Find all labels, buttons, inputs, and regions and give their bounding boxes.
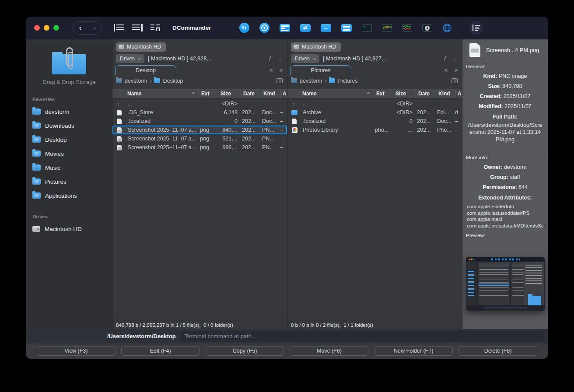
file-attr: – <box>279 118 286 124</box>
sidebar-favorite-item[interactable]: Music <box>26 161 112 175</box>
tab-back-button[interactable]: < <box>444 67 448 74</box>
file-attr: – <box>454 127 461 133</box>
preview-thumbnail <box>466 257 545 311</box>
column-ext[interactable]: Ext <box>374 89 393 98</box>
column-ext[interactable]: Ext <box>199 89 218 98</box>
chevron-down-icon <box>137 56 141 60</box>
disk-utility-icon[interactable] <box>422 24 432 32</box>
sidebar-favorite-item[interactable]: Desktop <box>26 133 112 147</box>
breadcrumb-item[interactable]: devstorm <box>291 78 322 84</box>
drive-free-space: [ Macintosh HD ] 42,927,... <box>323 56 388 62</box>
console-icon[interactable] <box>382 24 392 32</box>
file-row[interactable]: .. <DIR> <box>287 99 462 108</box>
new-folder-button[interactable]: New Folder (F7) <box>374 346 453 356</box>
breadcrumb-item[interactable]: Desktop <box>154 78 183 84</box>
move-button[interactable]: Move (F6) <box>290 346 368 356</box>
file-row[interactable]: Screenshot 2025–11–07 a... png 521,... 2… <box>112 134 287 143</box>
tab-back-button[interactable]: < <box>270 67 273 74</box>
folder-icon <box>116 78 122 83</box>
parent-dir-button[interactable]: .. <box>451 55 458 62</box>
sidebar-drive-item[interactable]: Macintosh HD <box>26 222 112 236</box>
info-field: Size: 840,798 <box>467 83 543 89</box>
favorites-heading: Favorites <box>32 97 112 102</box>
sidebar-favorite-item[interactable]: Movies <box>26 147 112 161</box>
sync-icon[interactable] <box>239 23 249 33</box>
drives-dropdown[interactable]: Drives <box>116 54 144 63</box>
sort-asc-icon: ^ <box>367 91 370 96</box>
tab-pictures[interactable]: Pictures <box>290 65 351 75</box>
split-view-icon[interactable] <box>150 24 161 32</box>
favorites-list: devstorm Downloads Desktop Movie <box>26 105 112 203</box>
bookmarks-icon[interactable] <box>276 78 283 83</box>
file-row[interactable]: .localized 0 202... Doc... – <box>287 117 462 126</box>
column-date[interactable]: Date <box>241 89 261 98</box>
activity-monitor-icon[interactable] <box>402 24 412 32</box>
file-kind: PN... <box>260 144 279 150</box>
breadcrumb-item[interactable]: Pictures <box>329 78 357 84</box>
forward-button[interactable]: › <box>94 24 96 32</box>
column-name[interactable]: Name^ <box>125 89 199 98</box>
file-size: 6,148 <box>217 109 240 116</box>
file-kind: Doc... <box>260 109 279 116</box>
sidebar-favorite-item[interactable]: Downloads <box>26 119 112 133</box>
file-row[interactable]: Photos Library pho... ... 202... Pho... … <box>287 126 462 134</box>
horizontal-panes-icon[interactable] <box>280 24 290 32</box>
edit-button[interactable]: Edit (F4) <box>121 346 200 356</box>
bookmarks-icon[interactable] <box>452 78 458 83</box>
root-button[interactable]: / <box>267 55 273 62</box>
column-size[interactable]: Size <box>218 89 241 98</box>
back-button[interactable]: ‹ <box>79 24 81 32</box>
file-row[interactable]: Archive <DIR> 202... Fol... d <box>287 108 462 117</box>
info-panel-toggle-icon[interactable] <box>469 21 483 35</box>
network-globe-icon[interactable] <box>442 23 452 33</box>
file-row[interactable]: Screenshot 2025–11–07 a... png 686,... 2… <box>112 143 287 152</box>
column-date[interactable]: Date <box>416 89 436 98</box>
column-kind[interactable]: Kind <box>261 89 280 98</box>
brief-view-icon[interactable] <box>132 24 143 32</box>
column-name[interactable]: Name^ <box>300 89 374 98</box>
drag-drop-storage[interactable]: Drag & Drop Storage <box>26 47 112 85</box>
file-date: 202... <box>240 127 260 133</box>
info-field: Group: staff <box>467 174 543 180</box>
device-chip[interactable]: Macintosh HD <box>116 42 166 52</box>
file-icon <box>292 101 297 107</box>
minimize-window-button[interactable] <box>44 25 49 31</box>
terminal-icon[interactable] <box>362 24 372 32</box>
drives-dropdown[interactable]: Drives <box>291 54 319 63</box>
show-hidden-eye-icon[interactable] <box>259 23 270 33</box>
sidebar-favorite-item[interactable]: Pictures <box>26 175 112 189</box>
column-attr[interactable]: A <box>455 89 462 98</box>
file-row[interactable]: .. <DIR> <box>112 99 287 108</box>
file-size: <DIR> <box>392 101 415 107</box>
terminal-command-input[interactable] <box>180 331 544 342</box>
tab-desktop[interactable]: Desktop <box>115 65 176 75</box>
root-button[interactable]: / <box>442 55 448 62</box>
left-pane: Macintosh HD Drives [ Macintosh HD ] 42,… <box>112 39 287 329</box>
full-view-icon[interactable] <box>114 24 124 32</box>
tab-forward-button[interactable]: > <box>280 67 283 74</box>
column-attr[interactable]: A <box>280 89 287 98</box>
function-button-bar: View (F3) Edit (F4) Copy (F5) Move (F6) … <box>26 343 548 359</box>
close-window-button[interactable] <box>34 25 40 31</box>
parent-dir-button[interactable]: .. <box>276 55 283 62</box>
swap-panes-icon[interactable] <box>300 24 311 32</box>
file-row[interactable]: Screenshot 2025–11–07 a... png 840,... 2… <box>112 126 287 134</box>
extended-attribute: com.apple.macl <box>466 216 544 223</box>
column-kind[interactable]: Kind <box>436 89 455 98</box>
copy-button[interactable]: Copy (F5) <box>206 346 284 356</box>
breadcrumb-item[interactable]: devstorm <box>116 78 147 84</box>
equal-panes-icon[interactable] <box>341 24 352 32</box>
file-row[interactable]: .localized 0 202... Doc... – <box>112 117 287 126</box>
sidebar-favorite-item[interactable]: devstorm <box>26 105 112 119</box>
zoom-window-button[interactable] <box>53 25 59 31</box>
view-button[interactable]: View (F3) <box>37 346 116 356</box>
file-size: 521,... <box>217 136 240 142</box>
file-row[interactable]: .DS_Store 6,148 202... Doc... – <box>112 108 287 117</box>
sidebar-favorite-item[interactable]: Applications <box>26 189 112 203</box>
tab-forward-button[interactable]: > <box>455 67 458 74</box>
copy-arrows-icon[interactable] <box>321 24 331 32</box>
delete-button[interactable]: Delete (F8) <box>458 346 537 356</box>
file-icon <box>292 127 298 133</box>
device-chip[interactable]: Macintosh HD <box>291 42 341 52</box>
column-size[interactable]: Size <box>393 89 416 98</box>
